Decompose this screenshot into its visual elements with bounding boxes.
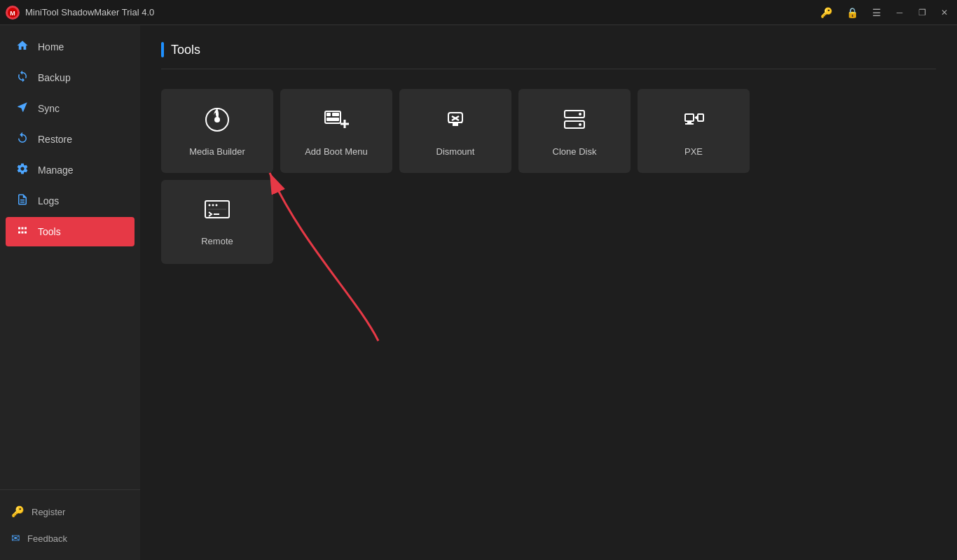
sidebar-item-home[interactable]: Home — [6, 32, 135, 62]
svg-point-16 — [579, 113, 581, 115]
tool-card-pxe[interactable]: PXE — [638, 89, 750, 173]
home-icon — [15, 39, 29, 55]
sidebar-bottom: 🔑 Register ✉ Feedback — [0, 489, 140, 560]
remote-icon — [204, 198, 230, 229]
add-boot-menu-icon — [322, 106, 350, 139]
sidebar-label-tools: Tools — [38, 226, 61, 237]
key-icon[interactable]: 🔑 — [818, 6, 835, 20]
sidebar-label-backup: Backup — [38, 72, 71, 83]
sidebar: Home Backup Sync — [0, 25, 140, 560]
sidebar-label-logs: Logs — [38, 195, 59, 206]
pxe-icon — [680, 106, 708, 139]
svg-rect-12 — [453, 122, 458, 126]
sidebar-item-sync[interactable]: Sync — [6, 94, 135, 123]
tool-card-add-boot-menu[interactable]: Add Boot Menu — [280, 89, 392, 173]
lock-icon[interactable]: 🔒 — [844, 6, 861, 20]
restore-button[interactable]: ❐ — [915, 6, 929, 20]
tool-card-dismount[interactable]: Dismount — [399, 89, 511, 173]
svg-rect-20 — [687, 121, 691, 123]
app-icon: M — [6, 6, 20, 20]
tool-card-remote[interactable]: Remote — [161, 180, 273, 264]
svg-point-18 — [579, 123, 581, 126]
title-bar: M MiniTool ShadowMaker Trial 4.0 🔑 🔒 ☰ ─… — [0, 0, 957, 25]
feedback-label: Feedback — [27, 533, 67, 544]
svg-text:M: M — [10, 10, 15, 17]
svg-point-28 — [212, 204, 214, 206]
register-icon: 🔑 — [11, 505, 25, 518]
svg-point-29 — [216, 204, 218, 206]
sidebar-item-manage[interactable]: Manage — [6, 155, 135, 185]
svg-rect-6 — [332, 113, 339, 116]
tool-label-remote: Remote — [201, 236, 233, 246]
tool-label-clone-disk: Clone Disk — [553, 146, 597, 157]
tools-grid: Media Builder — [161, 89, 936, 173]
register-label: Register — [32, 507, 65, 517]
tool-card-clone-disk[interactable]: Clone Disk — [518, 89, 631, 173]
sync-icon — [15, 101, 29, 116]
content-area: Tools Media Builder — [140, 25, 957, 560]
clone-disk-icon — [560, 106, 588, 139]
media-builder-icon — [203, 106, 231, 139]
tools-icon — [15, 224, 29, 239]
page-title: Tools — [171, 43, 200, 57]
sidebar-label-home: Home — [38, 41, 64, 52]
sidebar-item-backup[interactable]: Backup — [6, 63, 135, 92]
tool-label-add-boot-menu: Add Boot Menu — [305, 146, 368, 157]
manage-icon — [15, 162, 29, 178]
tool-label-pxe: PXE — [684, 146, 703, 157]
tool-card-media-builder[interactable]: Media Builder — [161, 89, 273, 173]
sidebar-item-feedback[interactable]: ✉ Feedback — [11, 528, 129, 549]
logs-icon — [15, 193, 29, 209]
title-bar-left: M MiniTool ShadowMaker Trial 4.0 — [6, 6, 154, 20]
title-accent — [161, 42, 164, 57]
svg-point-27 — [209, 204, 211, 206]
backup-icon — [15, 70, 29, 85]
sidebar-item-logs[interactable]: Logs — [6, 186, 135, 216]
tool-label-media-builder: Media Builder — [189, 146, 245, 157]
svg-rect-5 — [326, 113, 331, 116]
main-layout: Home Backup Sync — [0, 25, 957, 560]
close-button[interactable]: ✕ — [937, 6, 951, 20]
sidebar-label-restore: Restore — [38, 134, 72, 145]
svg-rect-21 — [685, 123, 694, 125]
sidebar-item-tools[interactable]: Tools — [6, 217, 135, 246]
page-title-bar: Tools — [161, 42, 936, 69]
sidebar-nav: Home Backup Sync — [0, 32, 140, 489]
dismount-icon — [441, 106, 469, 139]
tool-label-dismount: Dismount — [436, 146, 475, 157]
feedback-icon: ✉ — [11, 532, 20, 545]
title-bar-controls: 🔑 🔒 ☰ ─ ❐ ✕ — [818, 6, 951, 20]
sidebar-label-manage: Manage — [38, 164, 74, 176]
sidebar-item-restore[interactable]: Restore — [6, 125, 135, 154]
menu-icon[interactable]: ☰ — [869, 6, 884, 20]
svg-rect-19 — [685, 114, 694, 121]
app-title: MiniTool ShadowMaker Trial 4.0 — [25, 7, 154, 18]
svg-rect-7 — [326, 118, 339, 121]
restore-icon — [15, 132, 29, 147]
sidebar-item-register[interactable]: 🔑 Register — [11, 501, 129, 522]
svg-rect-23 — [698, 114, 703, 121]
minimize-button[interactable]: ─ — [893, 6, 907, 20]
sidebar-label-sync: Sync — [38, 103, 60, 114]
tools-row2: Remote — [161, 180, 936, 264]
